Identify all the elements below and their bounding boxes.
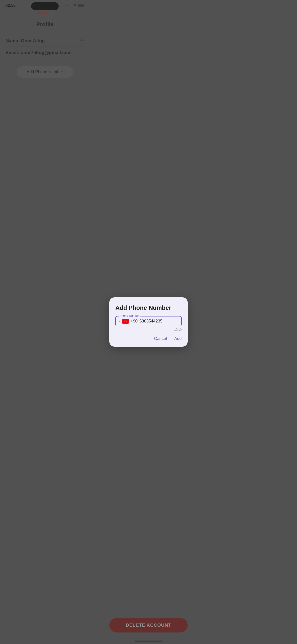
modal-overlay: Add Phone Number Phone Number ▼ +90 5363… (0, 0, 90, 194)
